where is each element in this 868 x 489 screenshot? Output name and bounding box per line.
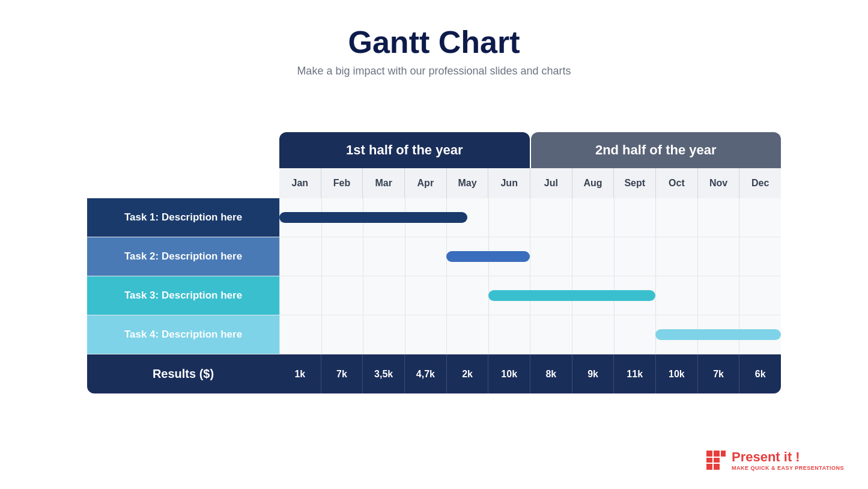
task-label-1: Task 1: Description here — [87, 198, 279, 237]
grid-col — [530, 315, 572, 354]
grid-col — [363, 276, 405, 315]
page-subtitle: Make a big impact with our professional … — [0, 65, 868, 77]
svg-rect-3 — [706, 458, 712, 463]
grid-col — [572, 237, 614, 276]
task-bar-2 — [446, 251, 530, 262]
task-grid-3 — [279, 276, 781, 315]
grid-col — [739, 198, 781, 237]
task-row-4: Task 4: Description here — [87, 315, 781, 354]
grid-col — [279, 315, 321, 354]
task-row-2: Task 2: Description here — [87, 237, 781, 276]
brand-logo: Present it ! MAKE QUICK & EASY PRESENTAT… — [705, 449, 844, 471]
grid-col — [655, 237, 697, 276]
results-cell-1: 7k — [321, 354, 363, 393]
grid-col — [405, 315, 447, 354]
svg-rect-6 — [714, 464, 720, 470]
second-half-label: 2nd half of the year — [531, 132, 782, 168]
results-row: Results ($) 1k7k3,5k4,7k2k10k8k9k11k10k7… — [87, 354, 781, 393]
grid-col — [279, 276, 321, 315]
grid-col — [405, 276, 447, 315]
results-cell-0: 1k — [279, 354, 321, 393]
task-row-3: Task 3: Description here — [87, 276, 781, 315]
grid-col — [572, 315, 614, 354]
results-cell-10: 7k — [697, 354, 739, 393]
svg-rect-4 — [714, 458, 720, 463]
task-grid-1 — [279, 198, 781, 237]
month-cell-jan: Jan — [279, 168, 321, 198]
grid-col — [363, 237, 405, 276]
grid-col — [697, 276, 739, 315]
month-cell-mar: Mar — [362, 168, 404, 198]
svg-rect-2 — [721, 451, 726, 457]
svg-rect-5 — [706, 464, 712, 470]
grid-col — [530, 198, 572, 237]
brand-tagline: MAKE QUICK & EASY PRESENTATIONS — [732, 465, 844, 471]
grid-col — [446, 315, 488, 354]
task-grid-2 — [279, 237, 781, 276]
grid-col — [697, 237, 739, 276]
grid-col — [614, 237, 656, 276]
month-cell-dec: Dec — [739, 168, 781, 198]
task-label-3: Task 3: Description here — [87, 276, 279, 315]
results-cell-9: 10k — [655, 354, 697, 393]
results-cell-5: 10k — [488, 354, 530, 393]
grid-col — [697, 198, 739, 237]
grid-col — [405, 237, 447, 276]
grid-col — [488, 315, 530, 354]
month-cell-sept: Sept — [613, 168, 655, 198]
results-cell-8: 11k — [613, 354, 655, 393]
grid-col — [655, 198, 697, 237]
grid-col — [279, 237, 321, 276]
brand-icon — [705, 449, 727, 471]
grid-col — [614, 198, 656, 237]
grid-col — [739, 276, 781, 315]
task-label-2: Task 2: Description here — [87, 237, 279, 276]
month-cell-feb: Feb — [321, 168, 363, 198]
task-bar-1 — [279, 212, 467, 223]
results-cell-2: 3,5k — [362, 354, 404, 393]
svg-rect-0 — [706, 451, 712, 457]
grid-col — [614, 315, 656, 354]
first-half-label: 1st half of the year — [279, 132, 530, 168]
month-cell-nov: Nov — [697, 168, 739, 198]
results-cell-11: 6k — [739, 354, 781, 393]
results-values: 1k7k3,5k4,7k2k10k8k9k11k10k7k6k — [279, 354, 781, 393]
task-bar-4 — [655, 329, 781, 340]
month-cell-jun: Jun — [488, 168, 530, 198]
task-label-4: Task 4: Description here — [87, 315, 279, 354]
grid-col — [446, 276, 488, 315]
task-bar-3 — [488, 290, 655, 301]
gantt-chart: 1st half of the year 2nd half of the yea… — [87, 132, 781, 393]
task-grid-4 — [279, 315, 781, 354]
month-header: JanFebMarAprMayJunJulAugSeptOctNovDec — [279, 168, 781, 198]
task-row-1: Task 1: Description here — [87, 198, 781, 237]
page-title: Gantt Chart — [0, 24, 868, 60]
month-cell-jul: Jul — [530, 168, 572, 198]
results-label: Results ($) — [87, 354, 279, 393]
grid-col — [321, 276, 363, 315]
results-cell-7: 9k — [572, 354, 614, 393]
brand-text: Present it ! MAKE QUICK & EASY PRESENTAT… — [732, 449, 844, 471]
grid-col — [488, 198, 530, 237]
brand-name: Present it ! — [732, 449, 844, 465]
results-cell-6: 8k — [530, 354, 572, 393]
task-rows: Task 1: Description hereTask 2: Descript… — [87, 198, 781, 354]
results-cell-3: 4,7k — [404, 354, 446, 393]
month-cell-oct: Oct — [655, 168, 697, 198]
brand-name-text: Present it — [732, 449, 792, 464]
month-cell-aug: Aug — [572, 168, 614, 198]
results-cell-4: 2k — [446, 354, 488, 393]
grid-col — [363, 315, 405, 354]
grid-col — [321, 237, 363, 276]
month-cell-apr: Apr — [404, 168, 446, 198]
brand-exclamation: ! — [792, 449, 800, 464]
grid-col — [321, 315, 363, 354]
grid-col — [655, 276, 697, 315]
half-year-header: 1st half of the year 2nd half of the yea… — [279, 132, 781, 168]
grid-col — [739, 237, 781, 276]
month-cell-may: May — [446, 168, 488, 198]
svg-rect-1 — [714, 451, 720, 457]
grid-col — [572, 198, 614, 237]
grid-col — [530, 237, 572, 276]
